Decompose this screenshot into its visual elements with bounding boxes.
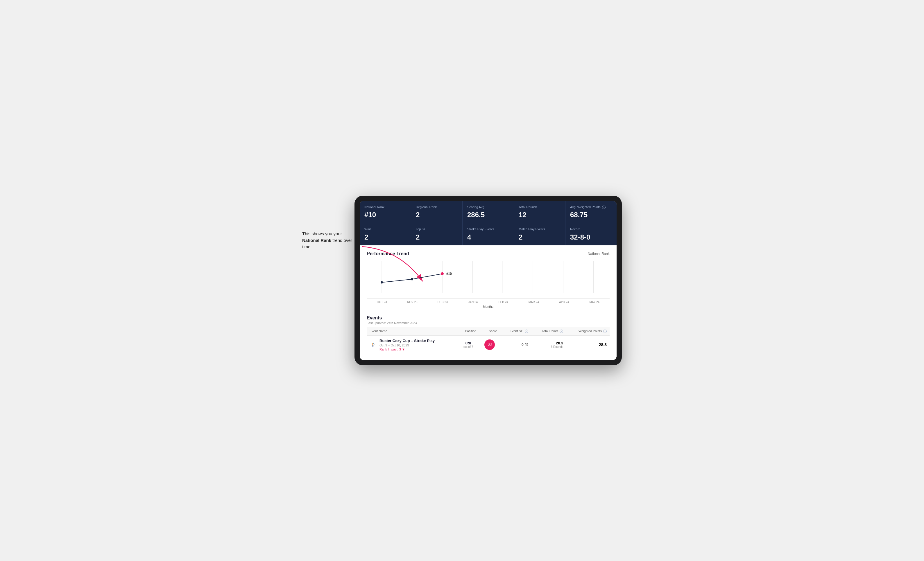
stat-top3s-value: 2	[416, 233, 458, 241]
stat-record: Record 32-8-0	[566, 223, 616, 245]
events-section: Events Last updated: 24th November 2023 …	[367, 315, 610, 354]
th-total-points: Total Points i	[531, 327, 566, 336]
event-row-content: 🏌 Buster Cozy Cup – Stroke Play Oct 9 – …	[370, 338, 454, 351]
events-last-updated: Last updated: 24th November 2023	[367, 321, 610, 325]
performance-chart: #10	[367, 261, 610, 299]
current-rank-dot	[441, 272, 443, 275]
stat-wins: Wins 2	[360, 223, 411, 245]
stat-scoring-avg-label: Scoring Avg.	[467, 205, 509, 209]
rank-impact-arrow: ▼	[402, 347, 405, 351]
info-icon-weighted[interactable]: i	[602, 206, 606, 209]
stat-scoring-avg-value: 286.5	[467, 211, 509, 219]
stats-row-1: National Rank #10 Regional Rank 2 Scorin…	[360, 201, 616, 223]
events-header: Events Last updated: 24th November 2023	[367, 315, 610, 325]
performance-trend-subtitle: National Rank	[588, 252, 610, 256]
x-label-oct23: OCT 23	[367, 301, 397, 304]
annotation-text: This shows you your National Rank trend …	[302, 230, 360, 250]
event-score-badge: -22	[484, 340, 495, 350]
stat-avg-weighted-label: Avg. Weighted Points i	[570, 205, 612, 209]
stat-stroke-play: Stroke Play Events 4	[463, 223, 514, 245]
info-icon-total-points[interactable]: i	[560, 329, 563, 333]
stat-stroke-play-value: 4	[467, 233, 509, 241]
tablet-screen: National Rank #10 Regional Rank 2 Scorin…	[360, 201, 616, 360]
th-position: Position	[458, 327, 479, 336]
current-rank-label: #10	[446, 272, 452, 275]
x-label-feb24: FEB 24	[488, 301, 519, 304]
event-date: Oct 9 – Oct 10, 2023	[380, 344, 435, 347]
event-position-cell: 6th out of 7	[458, 335, 479, 354]
stat-match-play: Match Play Events 2	[514, 223, 565, 245]
stat-record-value: 32-8-0	[570, 233, 612, 241]
event-total-points-cell: 28.3 3 Rounds	[531, 335, 566, 354]
content-area: Performance Trend National Rank	[360, 245, 616, 360]
stat-avg-weighted-value: 68.75	[570, 211, 612, 219]
info-icon-weighted-points[interactable]: i	[603, 329, 607, 333]
x-label-mar24: MAR 24	[519, 301, 549, 304]
stat-top3s-label: Top 3s	[416, 227, 458, 231]
event-name-cell: 🏌 Buster Cozy Cup – Stroke Play Oct 9 – …	[367, 335, 458, 354]
events-table: Event Name Position Score Event SG i Tot…	[367, 327, 610, 354]
chart-svg: #10	[367, 261, 610, 299]
stat-top3s: Top 3s 2	[411, 223, 462, 245]
stat-total-rounds-value: 12	[519, 211, 561, 219]
tablet-device: National Rank #10 Regional Rank 2 Scorin…	[354, 196, 622, 365]
th-event-sg: Event SG i	[500, 327, 531, 336]
stat-national-rank: National Rank #10	[360, 201, 411, 223]
event-position-main: 6th	[460, 341, 477, 345]
stat-regional-rank-label: Regional Rank	[416, 205, 458, 209]
performance-trend-title: Performance Trend	[367, 251, 409, 256]
stat-match-play-label: Match Play Events	[519, 227, 561, 231]
stat-record-label: Record	[570, 227, 612, 231]
chart-x-labels: OCT 23 NOV 23 DEC 23 JAN 24 FEB 24 MAR 2…	[367, 299, 610, 304]
th-event-name: Event Name	[367, 327, 458, 336]
event-sg-cell: 0.45	[500, 335, 531, 354]
performance-trend-header: Performance Trend National Rank	[367, 251, 610, 256]
event-details: Buster Cozy Cup – Stroke Play Oct 9 – Oc…	[380, 338, 435, 351]
event-total-points-main: 28.3	[534, 341, 563, 345]
chart-axis-label: Months	[367, 305, 610, 308]
event-name: Buster Cozy Cup – Stroke Play	[380, 338, 435, 343]
stat-total-rounds: Total Rounds 12	[514, 201, 565, 223]
stat-regional-rank: Regional Rank 2	[411, 201, 462, 223]
event-position-sub: out of 7	[460, 345, 477, 349]
stat-national-rank-label: National Rank	[364, 205, 406, 209]
x-label-dec23: DEC 23	[428, 301, 458, 304]
stat-national-rank-value: #10	[364, 211, 406, 219]
x-label-may24: MAY 24	[579, 301, 610, 304]
stat-stroke-play-label: Stroke Play Events	[467, 227, 509, 231]
event-total-points-sub: 3 Rounds	[534, 345, 563, 349]
events-table-head: Event Name Position Score Event SG i Tot…	[367, 327, 610, 336]
event-score-cell: -22	[479, 335, 500, 354]
stat-total-rounds-label: Total Rounds	[519, 205, 561, 209]
chart-point-oct	[381, 281, 382, 283]
table-row: 🏌 Buster Cozy Cup – Stroke Play Oct 9 – …	[367, 335, 610, 354]
x-label-jan24: JAN 24	[458, 301, 489, 304]
event-golf-icon: 🏌	[370, 341, 376, 348]
info-icon-event-sg[interactable]: i	[525, 329, 528, 333]
stat-wins-value: 2	[364, 233, 406, 241]
scene: This shows you your National Rank trend …	[302, 196, 622, 365]
events-table-header-row: Event Name Position Score Event SG i Tot…	[367, 327, 610, 336]
stat-scoring-avg: Scoring Avg. 286.5	[463, 201, 514, 223]
stat-match-play-value: 2	[519, 233, 561, 241]
stat-wins-label: Wins	[364, 227, 406, 231]
events-title: Events	[367, 315, 610, 320]
th-score: Score	[479, 327, 500, 336]
event-weighted-points: 28.3	[566, 335, 610, 354]
events-table-body: 🏌 Buster Cozy Cup – Stroke Play Oct 9 – …	[367, 335, 610, 354]
stat-avg-weighted-points: Avg. Weighted Points i 68.75	[566, 201, 616, 223]
stats-row-2: Wins 2 Top 3s 2 Stroke Play Events 4 Mat…	[360, 223, 616, 245]
performance-trend-section: Performance Trend National Rank	[367, 251, 610, 308]
stat-regional-rank-value: 2	[416, 211, 458, 219]
th-weighted-points: Weighted Points i	[566, 327, 610, 336]
x-label-nov23: NOV 23	[397, 301, 428, 304]
chart-point-nov	[411, 278, 413, 280]
x-label-apr24: APR 24	[549, 301, 579, 304]
event-rank-impact: Rank Impact: 3 ▼	[380, 347, 435, 351]
